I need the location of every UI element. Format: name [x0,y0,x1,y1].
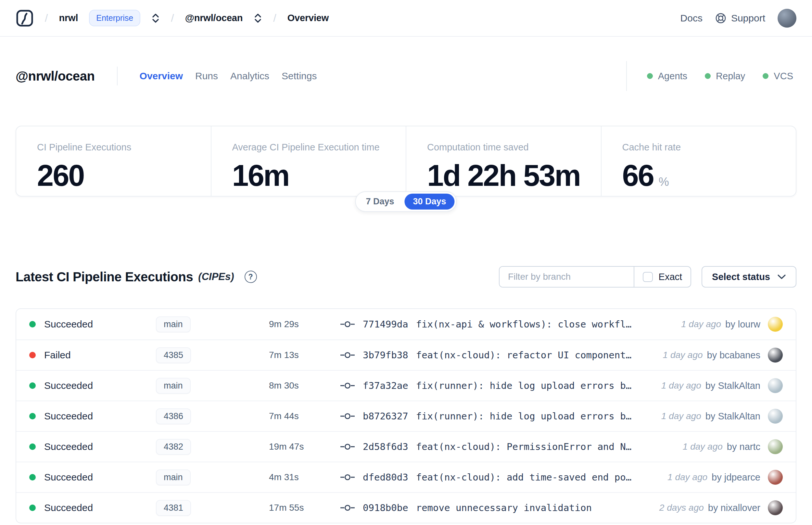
commit-message: fix(nx-api & workflows): close workfl… [416,319,631,330]
exact-checkbox[interactable] [643,272,653,282]
table-row[interactable]: Succeeded main 9m 29s 771499da fix(nx-ap… [16,309,796,340]
branch-cell: 4385 [156,347,269,363]
stat-value: 1d 22h 53m [427,161,601,190]
commit-message: feat(nx-cloud): PermissionError and N… [416,441,631,452]
branch-badge: main [156,316,191,332]
stat-card-time-saved: Computation time saved 1d 22h 53m [406,126,601,196]
breadcrumb-separator: / [171,12,174,24]
meta-cell: 1 day ago by nartc [643,439,783,454]
cipe-section-header: Latest CI Pipeline Executions (CIPEs) ? … [16,266,796,287]
commit-cell: 0918b0be remove unnecessary invalidation [340,502,643,513]
avatar [768,470,783,485]
git-commit-icon [340,350,355,360]
help-icon[interactable]: ? [245,271,257,283]
enterprise-badge: Enterprise [89,10,140,26]
user-avatar[interactable] [778,9,796,28]
breadcrumb-separator: / [45,12,48,24]
status-label: Succeeded [44,441,93,452]
duration: 8m 30s [269,380,340,391]
table-row[interactable]: Succeeded 4382 19m 47s 2d58f6d3 feat(nx-… [16,431,796,462]
tab-analytics[interactable]: Analytics [230,71,269,81]
status-cell: Succeeded [29,380,156,391]
commit-cell: 3b79fb38 feat(nx-cloud): refactor UI com… [340,349,643,361]
git-commit-icon [340,442,355,451]
divider [117,66,118,86]
support-label: Support [731,13,765,24]
branch-cell: 4381 [156,500,269,516]
toggle-30-days[interactable]: 30 Days [404,194,455,210]
org-switcher-chevrons-icon[interactable] [151,12,160,24]
branch-badge: 4382 [156,439,191,455]
status-cell: Succeeded [29,441,156,452]
divider [626,61,627,91]
status-label: Succeeded [44,502,93,513]
time-ago: 1 day ago [663,350,703,360]
time-ago: 1 day ago [681,319,721,329]
status-label: Replay [716,71,745,81]
status-replay[interactable]: Replay [705,71,745,81]
docs-link[interactable]: Docs [680,13,703,24]
branch-badge: 4386 [156,408,191,424]
workspace-tabs: Overview Runs Analytics Settings [140,71,317,81]
stat-label: CI Pipeline Executions [37,142,211,153]
stat-card-avg-time: Average CI Pipeline Execution time 16m [211,126,406,196]
section-title: Latest CI Pipeline Executions [16,270,193,284]
table-row[interactable]: Succeeded main 8m 30s f37a32ae fix(runne… [16,370,796,401]
support-link[interactable]: Support [715,12,765,24]
author: by StalkAltan [705,411,760,422]
stat-value: 260 [37,161,211,190]
table-row[interactable]: Failed 4385 7m 13s 3b79fb38 feat(nx-clou… [16,340,796,370]
page-title: @nrwl/ocean [16,69,95,84]
workspace-switcher-chevrons-icon[interactable] [254,12,262,24]
avatar [768,317,783,332]
filters: Exact Select status [499,266,796,287]
commit-cell: dfed80d3 feat(nx-cloud): add time-saved … [340,472,643,483]
toggle-7-days[interactable]: 7 Days [357,194,402,210]
status-dot [29,413,36,419]
status-dot [29,505,36,511]
git-commit-icon [340,411,355,421]
branch-cell: main [156,469,269,485]
status-label: Succeeded [44,411,93,422]
status-dot [29,444,36,450]
duration: 17m 55s [269,502,340,513]
commit-message: remove unnecessary invalidation [416,502,592,513]
branch-badge: 4381 [156,500,191,516]
table-row[interactable]: Succeeded main 4m 31s dfed80d3 feat(nx-c… [16,462,796,492]
status-label: Failed [44,349,71,361]
status-cell: Failed [29,349,156,361]
breadcrumb-org[interactable]: nrwl [59,13,78,24]
author: by nixallover [708,502,760,513]
git-commit-icon [340,381,355,390]
status-dot [29,474,36,480]
meta-cell: 2 days ago by nixallover [643,500,783,515]
table-row[interactable]: Succeeded 4381 17m 55s 0918b0be remove u… [16,492,796,523]
branch-cell: 4386 [156,408,269,424]
table-row[interactable]: Succeeded 4386 7m 44s b8726327 fix(runne… [16,401,796,431]
branch-cell: main [156,316,269,332]
breadcrumb-workspace[interactable]: @nrwl/ocean [185,13,243,24]
status-agents[interactable]: Agents [647,71,687,81]
tab-overview[interactable]: Overview [140,71,183,81]
stat-value: 66 % [622,161,796,190]
status-cell: Succeeded [29,472,156,483]
commit-hash: b8726327 [363,411,408,422]
duration: 4m 31s [269,472,340,482]
stat-label: Average CI Pipeline Execution time [232,142,406,153]
nx-cloud-logo-icon[interactable] [16,9,34,27]
tab-settings[interactable]: Settings [281,71,317,81]
stat-card-cache-hit: Cache hit rate 66 % [601,126,796,196]
select-status-dropdown[interactable]: Select status [702,266,796,287]
avatar [768,439,783,454]
duration: 7m 13s [269,350,340,360]
time-ago: 1 day ago [661,411,701,421]
branch-filter-input[interactable] [500,267,634,287]
avatar [768,500,783,515]
branch-filter-group: Exact [499,266,691,287]
avatar [768,378,783,393]
author: by lourw [725,319,760,330]
time-ago: 1 day ago [661,380,701,391]
status-vcs[interactable]: VCS [763,71,793,81]
commit-hash: dfed80d3 [363,472,408,483]
tab-runs[interactable]: Runs [195,71,218,81]
